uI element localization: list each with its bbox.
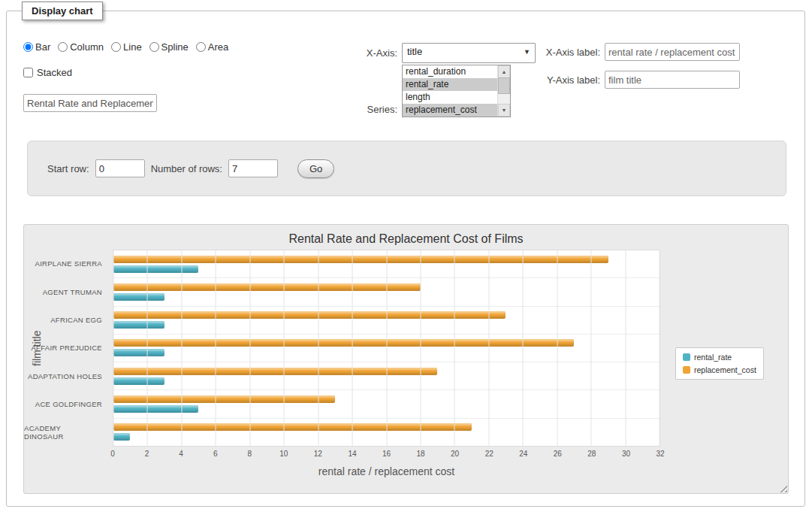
area-radio[interactable] [196,42,206,52]
gridline [591,250,592,446]
radio-label: Spline [161,41,189,53]
line-radio[interactable] [111,42,121,52]
go-button[interactable]: Go [297,159,334,178]
bar-rental_rate[interactable] [113,265,198,273]
y-axis-label-row: Y-Axis label: [533,71,740,89]
x-tick-label: 22 [485,450,494,458]
x-tick-label: 32 [656,450,664,458]
x-tick-label: 2 [145,450,149,458]
gridline [352,250,353,446]
num-rows-label: Number of rows: [151,163,222,174]
dropdown-arrow-icon: ▼ [524,48,530,56]
bar-rental_rate[interactable] [113,349,165,356]
bar-radio[interactable] [23,42,33,52]
gridline [249,250,250,446]
x-axis-selected-value: title [407,46,422,57]
num-rows-input[interactable] [228,159,278,177]
bar-replacement_cost[interactable] [113,311,506,319]
x-axis-label-row: X-Axis label: [533,43,740,61]
series-listbox[interactable]: rental_durationrental_ratelengthreplacem… [402,65,511,117]
gridline [454,250,455,446]
resize-handle-icon[interactable] [777,483,787,492]
radio-label: Column [70,41,104,53]
series-listbox-scrollbar[interactable]: ▲ ▼ [497,65,510,117]
x-tick-label: 30 [622,450,630,458]
series-option-rental_duration[interactable]: rental_duration [403,65,497,78]
scroll-up-icon[interactable]: ▲ [498,65,510,78]
start-row-input[interactable] [95,159,145,177]
x-ticks: 02468101214161820222426283032 [113,450,660,460]
spline-radio[interactable] [149,42,159,52]
gridline [181,250,182,446]
chart-panel: Rental Rate and Replacement Cost of Film… [23,224,789,494]
series-option-rental_rate[interactable]: rental_rate [403,78,497,91]
bar-rental_rate[interactable] [113,433,130,441]
y-axis-label-label: Y-Axis label: [533,74,600,86]
bar-rental_rate[interactable] [113,405,198,413]
x-axis-select-label: X-Axis: [343,47,397,59]
stacked-checkbox[interactable] [23,68,33,77]
category-label: AIRPLANE SIERRA [24,250,108,277]
gridline [147,250,148,446]
bar-replacement_cost[interactable] [113,256,608,263]
radio-option-spline[interactable]: Spline [149,41,189,53]
legend-item-rental_rate[interactable]: rental_rate [683,353,756,362]
stacked-checkbox-row[interactable]: Stacked [23,67,72,78]
stacked-label: Stacked [37,67,72,78]
scroll-down-icon[interactable]: ▼ [498,104,510,117]
bar-rental_rate[interactable] [113,377,165,385]
x-tick-label: 4 [179,450,183,458]
scrollbar-thumb[interactable] [498,77,510,94]
x-tick-label: 10 [279,450,288,458]
category-label: ACADEMY DINOSAUR [24,419,108,447]
bar-rental_rate[interactable] [113,293,165,301]
x-axis-title: rental rate / replacement cost [113,465,660,477]
x-tick-label: 24 [519,450,527,458]
radio-option-column[interactable]: Column [58,41,104,53]
legend-item-replacement_cost[interactable]: replacement_cost [683,365,756,374]
x-axis-row: X-Axis: title ▼ [343,43,536,63]
category-labels: AIRPLANE SIERRAAGENT TRUMANAFRICAN EGGAF… [24,250,108,447]
radio-option-area[interactable]: Area [196,41,228,53]
gridline [625,250,626,446]
x-tick-label: 0 [110,450,115,458]
gridline [557,250,557,446]
series-option-length[interactable]: length [403,91,497,104]
radio-option-bar[interactable]: Bar [23,41,50,53]
fieldset-legend: Display chart [22,2,103,20]
rows-panel: Start row: Number of rows: Go [27,141,786,196]
gridline [284,250,285,446]
bar-replacement_cost[interactable] [113,339,574,347]
chart-title: Rental Rate and Replacement Cost of Film… [24,232,788,246]
series-option-replacement_cost[interactable]: replacement_cost [403,104,497,117]
legend-swatch [683,366,690,374]
gridline [386,250,387,446]
x-tick-label: 20 [451,450,459,458]
display-chart-fieldset: Display chart Bar Column Line Spline Are… [6,11,805,507]
category-label: AGENT TRUMAN [24,277,108,305]
gridline [113,250,114,446]
series-listbox-items: rental_durationrental_ratelengthreplacem… [403,65,497,117]
gridline [523,250,524,446]
chart-title-input[interactable] [23,94,157,112]
bar-replacement_cost[interactable] [113,368,437,375]
category-label: ACE GOLDFINGER [24,390,108,418]
x-axis-select[interactable]: title ▼ [402,43,536,63]
gridline [420,250,421,446]
chart-legend: rental_ratereplacement_cost [675,347,764,380]
x-tick-label: 14 [348,450,356,458]
bar-replacement_cost[interactable] [113,423,472,431]
column-radio[interactable] [58,42,68,52]
x-tick-label: 18 [417,450,425,458]
bar-replacement_cost[interactable] [113,283,421,291]
category-label: ADAPTATION HOLES [24,362,108,390]
gridline [660,250,660,446]
y-axis-label-input[interactable] [605,71,740,89]
radio-option-line[interactable]: Line [111,41,142,53]
plot-area [113,250,660,447]
start-row-label: Start row: [47,163,89,174]
bar-rental_rate[interactable] [113,321,165,329]
x-axis-label-input[interactable] [605,43,740,61]
legend-label: replacement_cost [694,365,756,374]
x-tick-label: 6 [213,450,218,458]
